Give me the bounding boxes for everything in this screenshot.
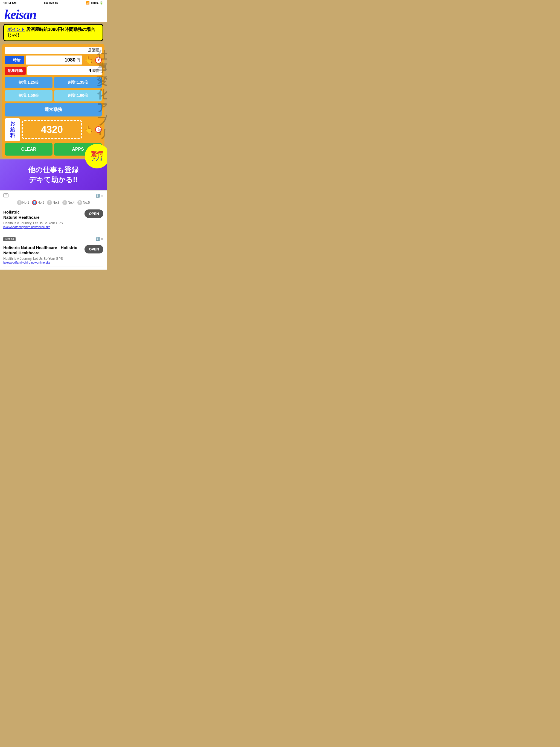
close-ad-1[interactable]: ℹ️ ✕	[96, 194, 103, 198]
page-3[interactable]: 3 No.3	[47, 200, 59, 205]
hourly-input-wrapper: 1080 円	[26, 55, 82, 65]
ad-section-1: ① ℹ️ ✕ 1 No.1 2 No.2 3 No.3 4 No.4 5 No.…	[0, 190, 107, 234]
calculator-panel: 居酒屋 時給: 1080 円 👆 1 勤務時間: 4 時間 割増:1.25倍 割…	[2, 44, 104, 158]
status-time: 10:54 AM	[3, 1, 17, 5]
ad-1-open-button[interactable]: OPEN	[84, 209, 103, 218]
ad-2-link[interactable]: lakewoodfamilychiro.nowonline.site	[3, 261, 50, 264]
keisan-logo: keisan	[4, 8, 102, 21]
test-ad-label: Test Ad	[3, 237, 16, 241]
work-hours-value[interactable]: 4	[29, 68, 91, 74]
page-5[interactable]: 5 No.5	[77, 200, 90, 205]
ad-1-title: HolistricNatural Healthcare	[3, 209, 84, 220]
status-date: Fri Oct 16	[44, 1, 58, 5]
normal-work-button[interactable]: 通常勤務	[5, 103, 102, 117]
page-label-5: No.5	[83, 201, 90, 205]
ad-2-desc: Health Is A Journey, Let Us Be Your GPS …	[3, 257, 84, 264]
page-4[interactable]: 4 No.4	[62, 200, 75, 205]
ad-section-2: Test Ad ℹ️ ✕ Holistric Natural Healthcar…	[0, 234, 107, 269]
izakaya-label: 居酒屋	[5, 47, 102, 54]
starburst-sub: アプリ	[91, 157, 103, 161]
work-hours-row: 勤務時間: 4 時間	[5, 66, 102, 75]
salary-label: お給料	[5, 118, 20, 141]
page-label-1: No.1	[22, 201, 29, 205]
promo-text: 他の仕事も登録デキて助かる!!	[28, 166, 78, 184]
ad-card-1: HolistricNatural Healthcare Health Is A …	[3, 207, 103, 231]
callout-box: ポイント 居酒屋時給1080円4時間勤務の場合じゃ!!	[3, 24, 103, 41]
hourly-row: 時給: 1080 円 👆 1	[5, 55, 102, 65]
status-bar: 10:54 AM Fri Oct 16 📶 100% 🔋	[0, 0, 107, 6]
starburst-main: 驚愕	[91, 151, 103, 157]
multiplier-grid: 割増:1.25倍 割増:1.35倍 割増:1.50倍 割増:1.60倍	[5, 77, 102, 101]
multiplier-160-button[interactable]: 割増:1.60倍	[54, 90, 102, 101]
ad-badge-1: ①	[3, 193, 8, 198]
ad-pagination: 1 No.1 2 No.2 3 No.3 4 No.4 5 No.5	[3, 200, 103, 205]
page-badge-4: 4	[62, 200, 67, 205]
page-badge-1: 1	[17, 200, 22, 205]
hourly-label: 時給:	[5, 56, 24, 64]
battery-icon: 🔋	[100, 1, 103, 5]
page-badge-2: 2	[32, 200, 37, 205]
close-ad-2[interactable]: ℹ️ ✕	[96, 237, 103, 241]
page-label-2: No.2	[37, 201, 44, 205]
page-label-3: No.3	[52, 201, 59, 205]
finger-icon-1: 👆	[84, 56, 94, 64]
callout-title: ポイント	[7, 27, 25, 32]
battery-label: 100%	[91, 1, 98, 5]
ad-1-link[interactable]: lakewoodfamilychiro.nowonline.site	[3, 225, 50, 229]
hourly-unit: 円	[77, 58, 80, 62]
bg-decoration: 仕 事 変 化 ア プ リ	[97, 48, 107, 140]
ad-header-1: ① ℹ️ ✕	[3, 193, 103, 199]
page-badge-3: 3	[47, 200, 52, 205]
multiplier-135-button[interactable]: 割増:1.35倍	[54, 77, 102, 88]
salary-row: お給料 4320 👆 2	[5, 118, 102, 141]
keisan-header: keisan	[0, 6, 107, 22]
page-2[interactable]: 2 No.2	[32, 200, 44, 205]
ad-header-2: Test Ad ℹ️ ✕	[3, 237, 103, 241]
finger-icon-2: 👆	[84, 126, 94, 133]
multiplier-150-button[interactable]: 割増:1.50倍	[5, 90, 52, 101]
page-badge-5: 5	[77, 200, 82, 205]
ad-1-desc: Health Is A Journey, Let Us Be Your GPS …	[3, 221, 84, 229]
starburst-badge: 驚愕 アプリ	[85, 144, 107, 169]
wifi-icon: 📶	[86, 1, 90, 5]
status-right: 📶 100% 🔋	[86, 1, 103, 5]
ad-card-1-text: HolistricNatural Healthcare Health Is A …	[3, 209, 84, 229]
ad-2-title: Holistric Natural Healthcare - Holistric…	[3, 245, 84, 256]
salary-value: 4320	[22, 120, 82, 139]
clear-button[interactable]: CLEAR	[5, 143, 52, 156]
page-label-4: No.4	[68, 201, 75, 205]
ad-card-2: Holistric Natural Healthcare - Holistric…	[3, 243, 103, 267]
app-container: 仕 事 変 化 ア プ リ 居酒屋 時給: 1080 円 👆 1 勤務時間: 4…	[0, 43, 107, 190]
ad-2-open-button[interactable]: OPEN	[84, 245, 103, 254]
work-hours-input-wrapper: 4 時間	[27, 66, 102, 75]
work-hours-label: 勤務時間:	[5, 67, 26, 75]
ad-card-2-text: Holistric Natural Healthcare - Holistric…	[3, 245, 84, 264]
multiplier-125-button[interactable]: 割増:1.25倍	[5, 77, 52, 88]
hourly-value[interactable]: 1080	[28, 57, 75, 63]
page-1[interactable]: 1 No.1	[17, 200, 29, 205]
